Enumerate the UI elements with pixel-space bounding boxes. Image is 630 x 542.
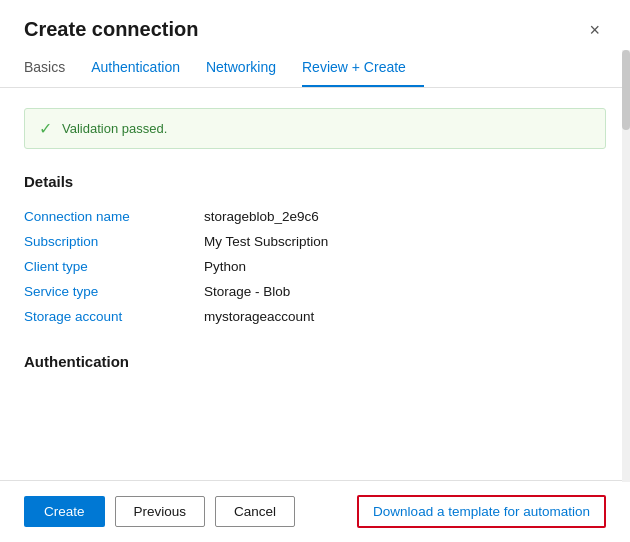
table-row: Storage account mystorageaccount — [24, 304, 606, 329]
field-value-connection-name: storageblob_2e9c6 — [204, 204, 606, 229]
validation-check-icon: ✓ — [39, 119, 52, 138]
cancel-button[interactable]: Cancel — [215, 496, 295, 527]
close-button[interactable]: × — [583, 19, 606, 41]
previous-button[interactable]: Previous — [115, 496, 206, 527]
tab-networking[interactable]: Networking — [206, 51, 294, 87]
details-section-title: Details — [24, 173, 606, 190]
create-connection-dialog: Create connection × Basics Authenticatio… — [0, 0, 630, 542]
field-label-client-type: Client type — [24, 254, 204, 279]
field-label-service-type: Service type — [24, 279, 204, 304]
create-button[interactable]: Create — [24, 496, 105, 527]
field-value-client-type: Python — [204, 254, 606, 279]
table-row: Service type Storage - Blob — [24, 279, 606, 304]
validation-message: Validation passed. — [62, 121, 167, 136]
field-label-storage-account: Storage account — [24, 304, 204, 329]
dialog-body: ✓ Validation passed. Details Connection … — [0, 88, 630, 480]
scrollbar-thumb[interactable] — [622, 50, 630, 130]
dialog-header: Create connection × — [0, 0, 630, 51]
table-row: Subscription My Test Subscription — [24, 229, 606, 254]
tab-review-create[interactable]: Review + Create — [302, 51, 424, 87]
field-label-subscription: Subscription — [24, 229, 204, 254]
dialog-title: Create connection — [24, 18, 198, 41]
authentication-section-title: Authentication — [24, 353, 606, 370]
scrollbar-track — [622, 50, 630, 482]
tab-authentication[interactable]: Authentication — [91, 51, 198, 87]
field-value-storage-account: mystorageaccount — [204, 304, 606, 329]
table-row: Client type Python — [24, 254, 606, 279]
field-value-service-type: Storage - Blob — [204, 279, 606, 304]
details-table: Connection name storageblob_2e9c6 Subscr… — [24, 204, 606, 329]
tab-bar: Basics Authentication Networking Review … — [0, 51, 630, 88]
dialog-footer: Create Previous Cancel Download a templa… — [0, 480, 630, 542]
download-template-button[interactable]: Download a template for automation — [357, 495, 606, 528]
validation-banner: ✓ Validation passed. — [24, 108, 606, 149]
tab-basics[interactable]: Basics — [24, 51, 83, 87]
field-value-subscription: My Test Subscription — [204, 229, 606, 254]
table-row: Connection name storageblob_2e9c6 — [24, 204, 606, 229]
field-label-connection-name: Connection name — [24, 204, 204, 229]
